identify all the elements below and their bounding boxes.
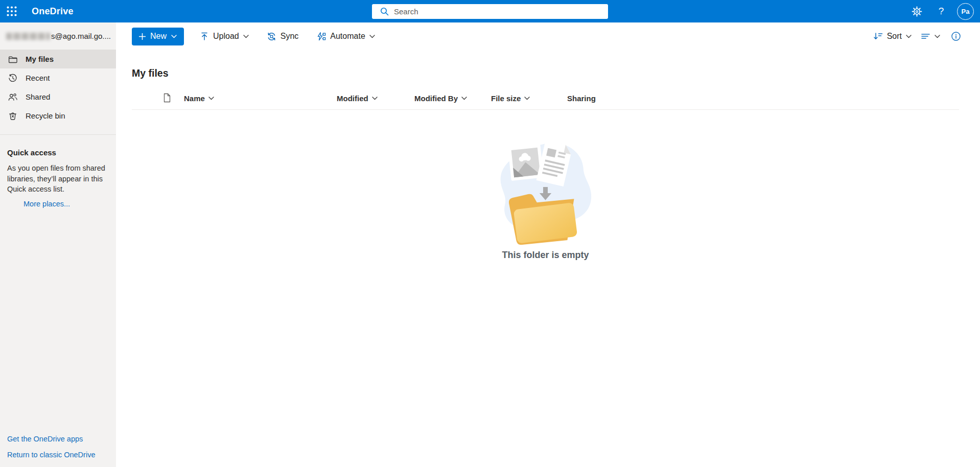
account-email-suffix: s@ago.mail.go.... <box>51 32 111 40</box>
file-list-header: Name Modified Modified By <box>132 87 959 110</box>
chevron-down-icon <box>461 97 467 100</box>
chevron-down-icon <box>369 35 375 38</box>
app-title: OneDrive <box>32 6 74 17</box>
sync-label: Sync <box>281 32 299 41</box>
chevron-down-icon <box>372 97 378 100</box>
main-area: New Upload <box>116 22 980 467</box>
quick-access-title: Quick access <box>7 148 108 157</box>
sidebar-item-my-files[interactable]: My files <box>0 50 116 68</box>
list-view-icon <box>921 32 930 40</box>
quick-access-section: Quick access As you open files from shar… <box>0 135 116 208</box>
chevron-down-icon <box>935 35 940 38</box>
sidebar-item-recent[interactable]: Recent <box>0 68 116 87</box>
automate-flow-icon <box>316 32 326 41</box>
sort-button[interactable]: Sort <box>871 28 914 45</box>
recycle-bin-icon <box>8 111 18 121</box>
search-input[interactable] <box>394 7 603 16</box>
sync-button[interactable]: Sync <box>265 28 301 45</box>
chevron-down-icon <box>208 97 214 100</box>
sort-icon <box>873 32 883 41</box>
topbar: OneDrive ? Pa <box>0 0 980 22</box>
view-options-button[interactable] <box>919 28 942 45</box>
account-email: s@ago.mail.go.... <box>0 22 116 46</box>
settings-button[interactable] <box>908 3 925 20</box>
column-header-sharing[interactable]: Sharing <box>567 94 959 103</box>
empty-folder-illustration <box>492 136 600 247</box>
topbar-actions: ? Pa <box>908 3 980 20</box>
info-pane-button[interactable] <box>947 28 965 45</box>
column-header-file-size[interactable]: File size <box>491 94 567 103</box>
command-bar-right: Sort <box>871 28 965 45</box>
waffle-icon <box>6 6 17 17</box>
gear-icon <box>912 6 922 17</box>
sidebar-nav: My files Recent <box>0 50 116 125</box>
sort-label: Sort <box>887 32 902 41</box>
redacted-username <box>6 33 50 40</box>
automate-label: Automate <box>330 32 365 41</box>
sidebar-item-shared[interactable]: Shared <box>0 87 116 106</box>
empty-folder-state: This folder is empty <box>132 136 959 261</box>
chevron-down-icon <box>906 35 912 38</box>
sidebar-item-label: Recycle bin <box>26 111 65 120</box>
chevron-down-icon <box>243 35 249 38</box>
command-bar: New Upload <box>116 22 980 48</box>
upload-icon <box>200 32 209 41</box>
search-icon <box>380 7 389 16</box>
upload-label: Upload <box>213 32 239 41</box>
sidebar-item-label: My files <box>26 55 54 63</box>
return-to-classic-link[interactable]: Return to classic OneDrive <box>7 451 109 459</box>
quick-access-description: As you open files from shared libraries,… <box>7 163 108 195</box>
automate-button[interactable]: Automate <box>314 28 377 45</box>
get-onedrive-apps-link[interactable]: Get the OneDrive apps <box>7 435 109 443</box>
document-icon <box>161 92 172 103</box>
help-icon: ? <box>939 6 944 17</box>
plus-icon <box>139 33 146 40</box>
column-header-modified[interactable]: Modified <box>337 94 414 103</box>
sidebar: s@ago.mail.go.... My files <box>0 22 116 467</box>
people-icon <box>8 92 18 102</box>
more-places-link[interactable]: More places... <box>24 200 70 208</box>
chevron-down-icon <box>524 97 530 100</box>
sidebar-item-label: Shared <box>26 92 50 101</box>
sidebar-footer: Get the OneDrive apps Return to classic … <box>0 435 116 467</box>
sidebar-item-recycle-bin[interactable]: Recycle bin <box>0 106 116 125</box>
upload-button[interactable]: Upload <box>198 28 251 45</box>
chevron-down-icon <box>171 35 177 38</box>
history-clock-icon <box>8 73 18 83</box>
file-type-column[interactable] <box>161 92 184 105</box>
new-button[interactable]: New <box>132 28 184 45</box>
empty-folder-text: This folder is empty <box>502 250 589 261</box>
column-header-name[interactable]: Name <box>184 94 337 103</box>
folder-icon <box>8 54 18 64</box>
search-box[interactable] <box>372 4 608 19</box>
content-area: My files Name Modified <box>116 48 980 467</box>
new-button-label: New <box>150 32 167 41</box>
info-icon <box>951 31 961 41</box>
column-header-modified-by[interactable]: Modified By <box>414 94 491 103</box>
app-launcher-button[interactable] <box>0 0 24 22</box>
sidebar-item-label: Recent <box>26 74 50 82</box>
sync-icon <box>267 32 276 41</box>
help-button[interactable]: ? <box>932 3 950 20</box>
account-avatar[interactable]: Pa <box>957 3 974 20</box>
page-title: My files <box>132 67 959 79</box>
